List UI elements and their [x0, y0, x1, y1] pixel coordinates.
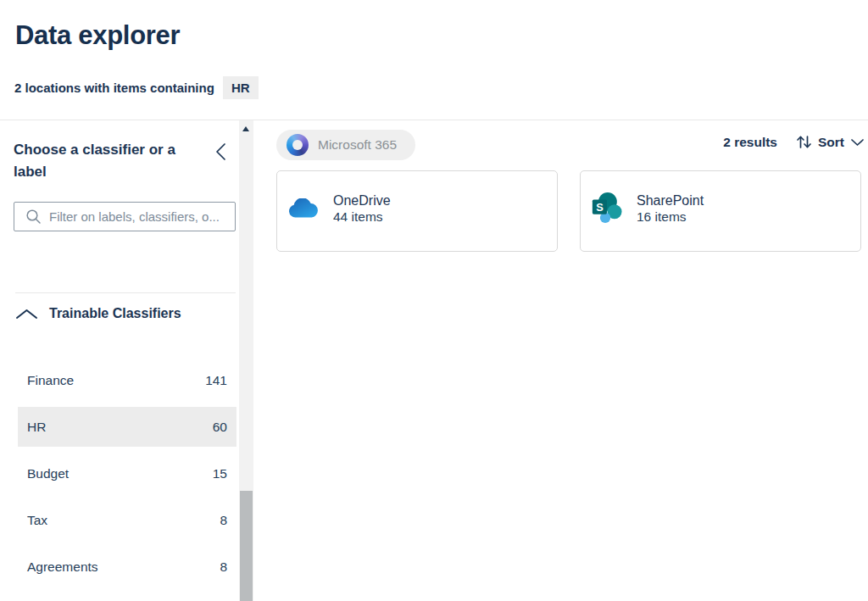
chevron-left-icon [215, 142, 226, 161]
classifier-row-tax[interactable]: Tax 8 [18, 500, 236, 540]
classifier-label: Budget [27, 466, 69, 481]
sidebar-divider [15, 292, 236, 293]
classifier-row-hr[interactable]: HR 60 [18, 407, 236, 447]
sidebar-heading: Choose a classifier or a label [14, 139, 187, 183]
classifier-count: 60 [213, 420, 227, 435]
classifier-label: Finance [27, 373, 74, 388]
card-title: OneDrive [333, 192, 391, 209]
card-title: SharePoint [637, 192, 704, 209]
classifier-row-agreements[interactable]: Agreements 8 [18, 547, 236, 587]
classifier-label: Agreements [27, 559, 98, 575]
card-item-count: 16 items [637, 209, 704, 225]
section-title: Trainable Classifiers [49, 306, 181, 321]
classifier-row-finance[interactable]: Finance 141 [18, 360, 236, 400]
location-card-onedrive[interactable]: OneDrive 44 items [276, 170, 558, 252]
location-card-sharepoint[interactable]: S SharePoint 16 items [580, 170, 861, 252]
scroll-up-arrow-icon[interactable] [242, 126, 249, 131]
classifier-filter-field[interactable] [14, 202, 236, 231]
classifier-row-budget[interactable]: Budget 15 [18, 454, 236, 493]
source-chip-label: Microsoft 365 [318, 137, 397, 153]
results-toolbar: 2 results Sort [723, 134, 865, 150]
svg-text:S: S [596, 201, 604, 214]
microsoft-365-logo-icon [287, 134, 309, 156]
search-icon [25, 209, 42, 225]
page-title: Data explorer [15, 20, 180, 51]
results-summary-text: 2 locations with items containing [14, 81, 214, 95]
classifier-filter-input[interactable] [49, 203, 235, 231]
sharepoint-icon: S [590, 191, 622, 226]
chevron-up-icon [15, 309, 38, 320]
sort-label: Sort [818, 135, 844, 150]
classifier-label: HR [27, 420, 46, 435]
collapse-sidebar-button[interactable] [212, 142, 229, 161]
results-count: 2 results [723, 135, 777, 150]
sort-arrows-icon [796, 134, 812, 150]
results-pane: Microsoft 365 2 results Sort [254, 120, 868, 601]
onedrive-icon [287, 198, 319, 219]
trainable-classifiers-section-toggle[interactable]: Trainable Classifiers [15, 306, 181, 321]
classifier-sidebar: Choose a classifier or a label Trainable… [0, 120, 239, 601]
filter-term-badge: HR [223, 76, 259, 99]
sort-button[interactable]: Sort [796, 134, 865, 150]
classifier-count: 141 [205, 373, 227, 388]
location-cards: OneDrive 44 items S SharePoint 16 items [276, 170, 861, 252]
classifier-count: 15 [213, 466, 227, 481]
chevron-down-icon [850, 138, 865, 147]
classifier-count: 8 [220, 559, 227, 575]
results-summary: 2 locations with items containing HR [14, 76, 259, 99]
sidebar-scrollbar[interactable] [239, 120, 253, 601]
card-item-count: 44 items [333, 209, 391, 225]
classifier-label: Tax [27, 513, 47, 528]
classifier-list: Finance 141 HR 60 Budget 15 Tax 8 Agreem… [18, 360, 236, 593]
classifier-count: 8 [220, 513, 227, 528]
source-chip-microsoft-365[interactable]: Microsoft 365 [276, 130, 415, 160]
scrollbar-thumb[interactable] [240, 491, 253, 601]
